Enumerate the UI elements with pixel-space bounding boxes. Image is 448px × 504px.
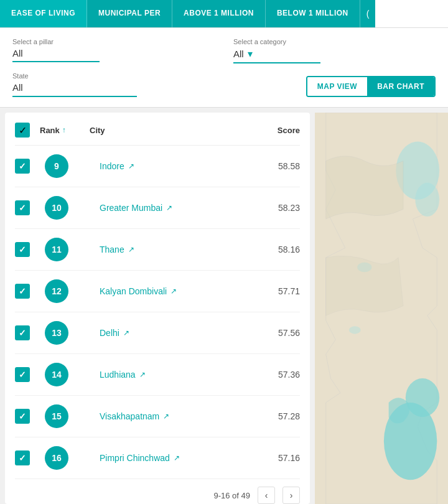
row-checkbox-col-6: ✓ [15,409,40,424]
row-checkbox-1[interactable]: ✓ [15,200,30,215]
rank-badge-7: 16 [45,446,68,470]
city-name-3[interactable]: Kalyan Dombivali ↗ [100,286,256,296]
category-label: Select a category [233,38,436,45]
next-page-button[interactable]: › [282,487,300,504]
prev-page-button[interactable]: ‹ [258,487,275,504]
tab-municipal-per[interactable]: MUNICIPAL PER [87,0,172,27]
rank-header[interactable]: Rank ↑ [40,126,90,135]
tab-below-1-million[interactable]: BELOW 1 MILLION [266,0,360,27]
rank-badge-5: 14 [45,363,68,386]
city-link-icon-5: ↗ [139,370,146,379]
row-checkbox-5[interactable]: ✓ [15,367,30,382]
rank-sort-icon: ↑ [62,126,66,134]
state-select[interactable]: All [12,82,137,97]
city-name-2[interactable]: Thane ↗ [100,245,256,254]
score-val-1: 58.23 [256,203,300,213]
row-checkbox-col-4: ✓ [15,325,40,340]
svg-point-4 [415,183,439,217]
tab-bar: EASE OF LIVING MUNICIPAL PER ABOVE 1 MIL… [0,0,448,28]
main-content: ✓ Rank ↑ City Score ✓ 9 [0,113,448,504]
svg-point-2 [406,378,439,417]
city-link-icon-1: ↗ [166,203,172,212]
row-checkbox-0[interactable]: ✓ [15,159,30,174]
filter-panel: Select a pillar All Select a category Al… [0,28,448,108]
state-value: All [12,82,23,93]
city-label-5: Ludhiana [100,370,136,380]
rank-col-4: 13 [40,321,90,345]
city-label-1: Greater Mumbai [100,203,162,213]
pillar-label: Select a pillar [12,38,215,45]
pagination-info: 9-16 of 49 [213,491,250,500]
row-checkbox-col-1: ✓ [15,200,40,215]
checkmark-3: ✓ [19,286,26,296]
tab-more[interactable]: ( [360,0,376,27]
state-label: State [12,72,137,80]
pillar-filter-group: Select a pillar All [12,38,215,62]
city-label-3: Kalyan Dombivali [100,286,167,296]
table-rows: ✓ 9 Indore ↗ 58.58 ✓ 10 Greater Mumbai [15,146,300,479]
rank-badge-1: 10 [45,196,68,220]
city-name-5[interactable]: Ludhiana ↗ [100,370,256,380]
rank-badge-6: 15 [45,404,68,428]
city-link-icon-6: ↗ [163,412,169,421]
category-filter-group: Select a category All ▾ [233,38,436,63]
pagination: 9-16 of 49 ‹ › [15,479,300,504]
checkmark-6: ✓ [19,411,26,421]
table-header: ✓ Rank ↑ City Score [15,113,300,146]
score-val-7: 57.16 [256,453,300,463]
rank-header-label: Rank [40,126,60,135]
city-name-6[interactable]: Visakhapatnam ↗ [100,411,256,421]
row-checkbox-col-0: ✓ [15,159,40,174]
city-name-7[interactable]: Pimpri Chinchwad ↗ [100,453,256,463]
city-link-icon-4: ↗ [123,329,129,337]
city-header-label: City [90,126,105,135]
row-checkbox-col-3: ✓ [15,284,40,299]
filter-row-2: State All MAP VIEW BAR CHART [12,72,436,97]
tab-above-1-million[interactable]: ABOVE 1 MILLION [172,0,266,27]
tab-ease-of-living[interactable]: EASE OF LIVING [0,0,87,27]
checkmark-7: ✓ [19,453,26,463]
row-checkbox-2[interactable]: ✓ [15,242,30,257]
rank-badge-4: 13 [45,321,68,345]
city-name-1[interactable]: Greater Mumbai ↗ [100,203,256,213]
pillar-select[interactable]: All [12,48,100,62]
row-checkbox-3[interactable]: ✓ [15,284,30,299]
score-val-4: 57.56 [256,328,300,338]
table-row: ✓ 12 Kalyan Dombivali ↗ 57.71 [15,271,300,312]
header-checkmark: ✓ [19,124,27,136]
rank-badge-3: 12 [45,279,68,303]
category-select[interactable]: All ▾ [233,48,320,63]
map-view-button[interactable]: MAP VIEW [307,77,367,96]
row-checkbox-col-5: ✓ [15,367,40,382]
category-dropdown-arrow: ▾ [248,48,253,60]
table-row: ✓ 13 Delhi ↗ 57.56 [15,312,300,354]
checkmark-2: ✓ [19,245,26,254]
table-row: ✓ 15 Visakhapatnam ↗ 57.28 [15,396,300,437]
row-checkbox-7[interactable]: ✓ [15,450,30,465]
city-label-0: Indore [100,161,124,171]
score-val-0: 58.58 [256,161,300,171]
city-name-0[interactable]: Indore ↗ [100,161,256,171]
view-buttons: MAP VIEW BAR CHART [306,76,436,97]
city-link-icon-0: ↗ [128,162,134,170]
rank-badge-2: 11 [45,238,68,261]
rank-col-5: 14 [40,363,90,386]
checkmark-4: ✓ [19,328,26,338]
score-val-6: 57.28 [256,411,300,421]
city-header: City [90,126,256,135]
city-name-4[interactable]: Delhi ↗ [100,328,256,338]
map-svg [315,113,448,504]
city-link-icon-7: ↗ [174,454,180,462]
bar-chart-button[interactable]: BAR CHART [367,77,434,96]
row-checkbox-4[interactable]: ✓ [15,325,30,340]
rank-col-6: 15 [40,404,90,428]
row-checkbox-6[interactable]: ✓ [15,409,30,424]
city-label-4: Delhi [100,328,119,338]
rank-col-1: 10 [40,196,90,220]
header-checkbox[interactable]: ✓ [15,123,30,138]
score-val-2: 58.16 [256,245,300,254]
map-panel [315,113,448,504]
filter-row-1: Select a pillar All Select a category Al… [12,38,436,63]
row-checkbox-col-7: ✓ [15,450,40,465]
svg-point-6 [349,326,361,334]
